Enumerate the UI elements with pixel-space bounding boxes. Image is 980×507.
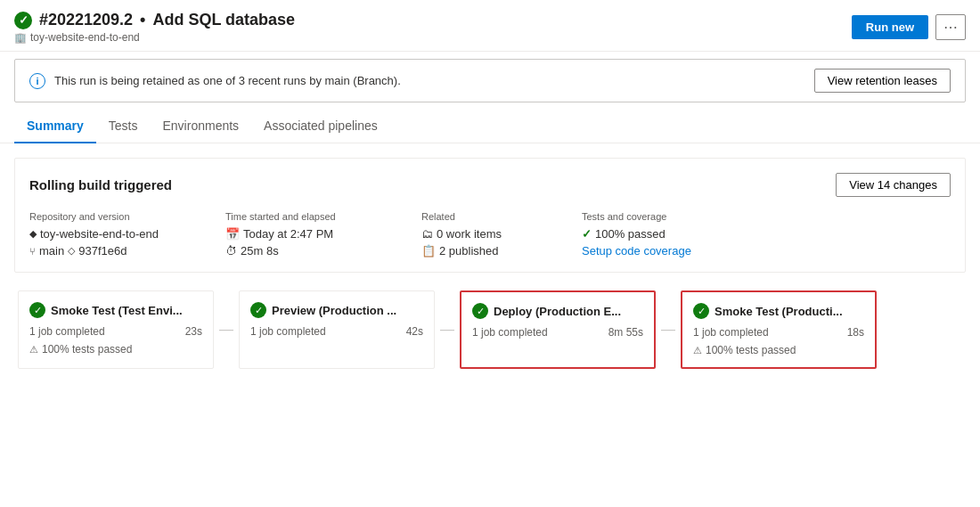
stage-name-1: Preview (Production ...	[272, 304, 396, 317]
view-changes-button[interactable]: View 14 changes	[836, 173, 951, 197]
top-bar-actions: Run new ⋯	[852, 14, 966, 40]
elapsed-time: 25m 8s	[241, 244, 279, 258]
stage-jobs-3: 1 job completed	[693, 326, 769, 339]
published-icon: 📋	[421, 244, 436, 258]
branch-commit-value: ⑂ main ◇ 937f1e6d	[29, 244, 225, 258]
stage-card-2: ✓ Deploy (Production E... 1 job complete…	[460, 290, 656, 369]
repo-name-value: ◆ toy-website-end-to-end	[29, 227, 225, 241]
tab-environments[interactable]: Environments	[151, 110, 252, 143]
stage-card-1: ✓ Preview (Production ... 1 job complete…	[239, 290, 435, 369]
tests-passed-value: ✓ 100% passed	[582, 227, 760, 241]
success-status-icon: ✓	[14, 12, 32, 29]
tests-label: Tests and coverage	[582, 211, 760, 222]
test-icon-0: ⚠	[29, 344, 38, 356]
work-items: 0 work items	[437, 227, 502, 241]
stage-duration-0: 23s	[185, 325, 202, 338]
retention-banner: i This run is being retained as one of 3…	[14, 59, 966, 102]
title-separator: •	[140, 11, 145, 29]
elapsed-value: ⏱ 25m 8s	[225, 244, 421, 258]
time-started: Today at 2:47 PM	[243, 227, 333, 241]
build-details-grid: Repository and version ◆ toy-website-end…	[29, 211, 951, 258]
stage-name-0: Smoke Test (Test Envi...	[51, 304, 183, 317]
stage-name-3: Smoke Test (Producti...	[715, 305, 843, 318]
tab-summary[interactable]: Summary	[14, 110, 96, 143]
published-value: 📋 2 published	[421, 244, 582, 258]
pipeline-icon: 🏢	[14, 32, 27, 44]
stage-duration-1: 42s	[406, 325, 423, 338]
page-title: ✓ #20221209.2 • Add SQL database	[14, 11, 295, 29]
stage-success-icon-2: ✓	[472, 303, 488, 319]
repo-detail-col: Repository and version ◆ toy-website-end…	[29, 211, 225, 258]
time-value: 📅 Today at 2:47 PM	[225, 227, 421, 241]
time-label: Time started and elapsed	[225, 211, 421, 222]
stage-jobs-0: 1 job completed	[29, 325, 105, 338]
tests-passed: 100% passed	[595, 227, 666, 241]
work-items-icon: 🗂	[421, 227, 433, 241]
time-started-icon: 📅	[225, 227, 240, 241]
more-options-button[interactable]: ⋯	[935, 14, 966, 40]
stage-tests-label-3: 100% tests passed	[706, 344, 796, 356]
tab-associated-pipelines[interactable]: Associated pipelines	[251, 110, 390, 143]
stage-tests-label-0: 100% tests passed	[42, 343, 132, 356]
stage-jobs-2: 1 job completed	[472, 326, 548, 339]
retention-text: This run is being retained as one of 3 r…	[54, 74, 401, 87]
stage-connector-0: —	[217, 322, 235, 338]
test-icon-3: ⚠	[693, 345, 702, 356]
info-icon: i	[29, 73, 45, 89]
build-summary-card: Rolling build triggered View 14 changes …	[14, 158, 966, 273]
main-content: Rolling build triggered View 14 changes …	[0, 143, 980, 390]
stage-connector-2: —	[659, 322, 677, 338]
run-new-button[interactable]: Run new	[852, 15, 928, 39]
stage-name-2: Deploy (Production E...	[494, 305, 621, 318]
stage-jobs-1: 1 job completed	[250, 325, 326, 338]
stages-container: ✓ Smoke Test (Test Envi... 1 job complet…	[14, 287, 966, 376]
repo-icon: ◆	[29, 228, 37, 240]
time-detail-col: Time started and elapsed 📅 Today at 2:47…	[225, 211, 421, 258]
stage-meta-3: 1 job completed 18s	[693, 326, 864, 339]
work-items-value: 🗂 0 work items	[421, 227, 582, 241]
branch-name: main	[39, 244, 64, 258]
stage-header-1: ✓ Preview (Production ...	[250, 302, 423, 318]
stage-duration-2: 8m 55s	[608, 326, 643, 339]
commit-icon: ◇	[68, 245, 75, 257]
stage-meta-2: 1 job completed 8m 55s	[472, 326, 643, 339]
elapsed-icon: ⏱	[225, 244, 237, 258]
retention-message-area: i This run is being retained as one of 3…	[29, 73, 401, 89]
stage-meta-0: 1 job completed 23s	[29, 325, 202, 338]
stage-success-icon-0: ✓	[29, 302, 45, 318]
build-trigger-label: Rolling build triggered	[29, 177, 172, 192]
setup-coverage-value: Setup code coverage	[582, 244, 760, 258]
build-header: Rolling build triggered View 14 changes	[29, 173, 951, 197]
branch-icon: ⑂	[29, 246, 36, 257]
stage-header-2: ✓ Deploy (Production E...	[472, 303, 643, 319]
stage-connector-1: —	[438, 322, 456, 338]
stage-header-3: ✓ Smoke Test (Producti...	[693, 303, 864, 319]
run-number: #20221209.2	[39, 11, 133, 29]
tabs-navigation: Summary Tests Environments Associated pi…	[0, 110, 980, 143]
stage-tests-3: ⚠ 100% tests passed	[693, 344, 864, 356]
tests-status-icon: ✓	[582, 227, 592, 241]
tests-detail-col: Tests and coverage ✓ 100% passed Setup c…	[582, 211, 760, 258]
stage-header-0: ✓ Smoke Test (Test Envi...	[29, 302, 202, 318]
stage-success-icon-1: ✓	[250, 302, 266, 318]
stage-duration-3: 18s	[847, 326, 864, 339]
stage-tests-0: ⚠ 100% tests passed	[29, 343, 202, 356]
top-bar-left: ✓ #20221209.2 • Add SQL database 🏢 toy-w…	[14, 11, 295, 44]
repo-label: Repository and version	[29, 211, 225, 222]
top-bar: ✓ #20221209.2 • Add SQL database 🏢 toy-w…	[0, 0, 980, 52]
stage-success-icon-3: ✓	[693, 303, 709, 319]
related-label: Related	[421, 211, 582, 222]
stage-card-3: ✓ Smoke Test (Producti... 1 job complete…	[681, 290, 877, 369]
published-count: 2 published	[439, 244, 499, 258]
view-retention-leases-button[interactable]: View retention leases	[814, 69, 951, 93]
stage-meta-1: 1 job completed 42s	[250, 325, 423, 338]
stage-card-0: ✓ Smoke Test (Test Envi... 1 job complet…	[18, 290, 214, 369]
commit-hash: 937f1e6d	[78, 244, 127, 258]
pipeline-name: 🏢 toy-website-end-to-end	[14, 31, 295, 44]
repo-name: toy-website-end-to-end	[40, 227, 159, 241]
related-detail-col: Related 🗂 0 work items 📋 2 published	[421, 211, 582, 258]
tab-tests[interactable]: Tests	[96, 110, 151, 143]
run-title: Add SQL database	[152, 11, 295, 29]
setup-code-coverage-link[interactable]: Setup code coverage	[582, 244, 691, 258]
